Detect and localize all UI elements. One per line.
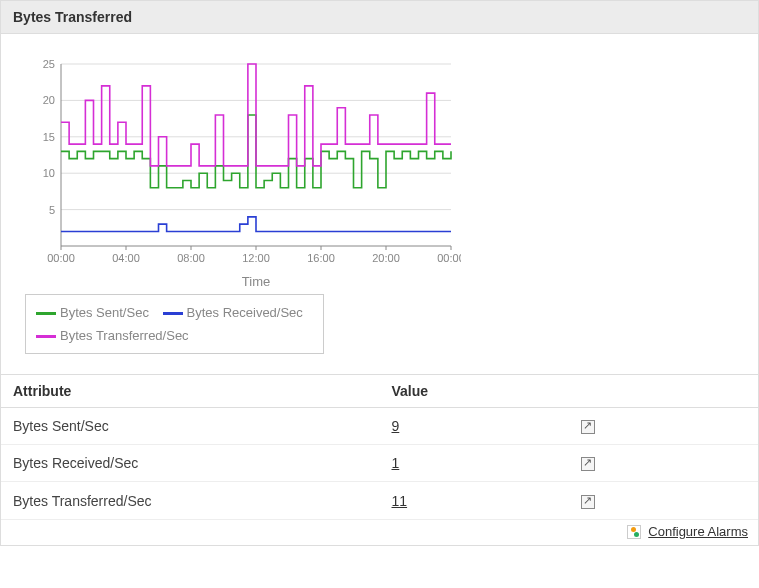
svg-text:5: 5 — [49, 204, 55, 216]
panel-footer: Configure Alarms — [1, 520, 758, 546]
legend-label: Bytes Transferred/Sec — [60, 326, 189, 347]
svg-text:15: 15 — [43, 131, 55, 143]
svg-text:20: 20 — [43, 94, 55, 106]
svg-text:12:00: 12:00 — [242, 252, 270, 264]
legend-label: Bytes Received/Sec — [187, 303, 303, 324]
col-value: Value — [380, 374, 569, 407]
svg-text:04:00: 04:00 — [112, 252, 140, 264]
chart-area: 51015202500:0004:0008:0012:0016:0020:000… — [1, 34, 758, 364]
attr-value-link[interactable]: 11 — [392, 493, 408, 509]
popout-icon[interactable] — [581, 420, 595, 434]
svg-text:16:00: 16:00 — [307, 252, 335, 264]
bytes-transferred-chart: 51015202500:0004:0008:0012:0016:0020:000… — [21, 54, 461, 294]
svg-text:00:00: 00:00 — [437, 252, 461, 264]
attr-name: Bytes Received/Sec — [1, 445, 380, 482]
attr-name: Bytes Transferred/Sec — [1, 482, 380, 519]
col-actions — [569, 374, 758, 407]
chart-legend: Bytes Sent/Sec Bytes Received/Sec Bytes … — [25, 294, 324, 354]
legend-item-received: Bytes Received/Sec — [163, 303, 303, 324]
attr-value-link[interactable]: 9 — [392, 418, 400, 434]
table-header-row: Attribute Value — [1, 374, 758, 407]
popout-icon[interactable] — [581, 495, 595, 509]
col-attribute: Attribute — [1, 374, 380, 407]
alarm-status-icon — [627, 525, 641, 539]
attr-value-link[interactable]: 1 — [392, 455, 400, 471]
svg-text:20:00: 20:00 — [372, 252, 400, 264]
popout-icon[interactable] — [581, 457, 595, 471]
table-row: Bytes Transferred/Sec 11 — [1, 482, 758, 519]
table-row: Bytes Received/Sec 1 — [1, 445, 758, 482]
svg-text:25: 25 — [43, 58, 55, 70]
attr-name: Bytes Sent/Sec — [1, 407, 380, 444]
svg-text:08:00: 08:00 — [177, 252, 205, 264]
svg-text:Time: Time — [242, 274, 270, 289]
legend-label: Bytes Sent/Sec — [60, 303, 149, 324]
panel-title: Bytes Transferred — [1, 1, 758, 34]
legend-swatch — [163, 312, 183, 315]
svg-text:10: 10 — [43, 167, 55, 179]
attribute-table: Attribute Value Bytes Sent/Sec 9 Bytes R… — [1, 374, 758, 520]
legend-item-transferred: Bytes Transferred/Sec — [36, 326, 189, 347]
legend-swatch — [36, 335, 56, 338]
legend-item-sent: Bytes Sent/Sec — [36, 303, 149, 324]
panel: Bytes Transferred 51015202500:0004:0008:… — [0, 0, 759, 546]
configure-alarms-link[interactable]: Configure Alarms — [648, 524, 748, 539]
legend-swatch — [36, 312, 56, 315]
table-row: Bytes Sent/Sec 9 — [1, 407, 758, 444]
svg-text:00:00: 00:00 — [47, 252, 75, 264]
